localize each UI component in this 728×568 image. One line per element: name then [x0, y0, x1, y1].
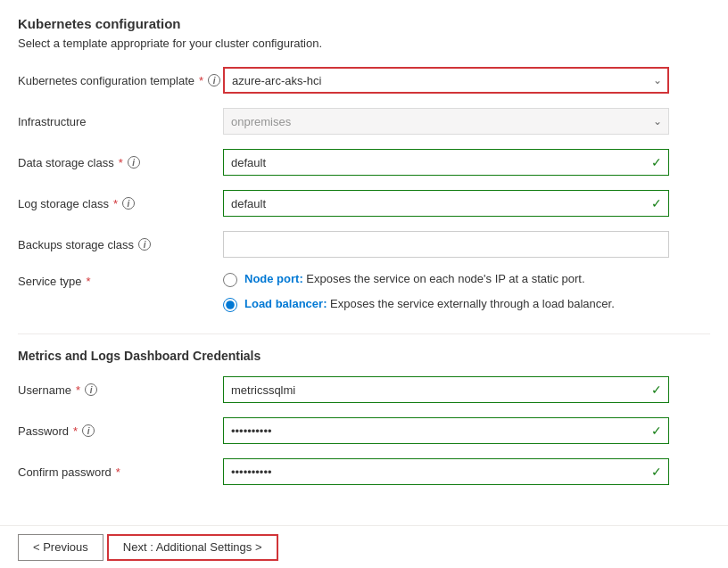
k8s-template-select[interactable]: azure-arc-aks-hci: [223, 67, 669, 94]
username-row: Username * i ✓: [18, 375, 710, 404]
username-input-wrapper: ✓: [223, 376, 669, 403]
credentials-section-title: Metrics and Logs Dashboard Credentials: [18, 349, 710, 363]
confirm-password-field: ✓: [223, 458, 669, 485]
password-input[interactable]: [223, 417, 669, 444]
infrastructure-select: onpremises: [223, 108, 669, 135]
data-storage-input-wrapper: ✓: [223, 149, 669, 176]
required-star-confirm: *: [116, 465, 120, 479]
radio-node-port-text: Node port: Exposes the service on each n…: [244, 271, 585, 287]
k8s-template-info-icon[interactable]: i: [208, 74, 220, 86]
required-star: *: [199, 74, 203, 87]
service-type-options: Node port: Exposes the service on each n…: [223, 271, 669, 321]
confirm-password-check-icon: ✓: [651, 465, 662, 479]
k8s-template-dropdown-wrapper: azure-arc-aks-hci ⌄: [223, 67, 669, 94]
page-description: Select a template appropriate for your c…: [18, 37, 710, 50]
required-star-username: *: [76, 383, 80, 397]
username-check-icon: ✓: [651, 383, 662, 397]
page-container: Kubernetes configuration Select a templa…: [0, 0, 728, 486]
backups-storage-input-wrapper: [223, 231, 669, 258]
log-storage-label: Log storage class * i: [18, 197, 223, 210]
required-star-log: *: [113, 197, 118, 210]
service-type-label: Service type *: [18, 271, 223, 288]
radio-load-balancer: Load balancer: Exposes the service exter…: [223, 296, 669, 312]
password-info-icon[interactable]: i: [82, 424, 95, 437]
username-input[interactable]: [223, 376, 669, 403]
required-star-data: *: [119, 156, 123, 169]
password-check-icon: ✓: [651, 424, 662, 438]
backups-storage-row: Backups storage class i: [18, 230, 710, 259]
next-button[interactable]: Next : Additional Settings >: [107, 534, 278, 561]
previous-button[interactable]: < Previous: [18, 534, 103, 561]
infrastructure-field: onpremises ⌄: [223, 108, 669, 135]
service-type-row: Service type * Node port: Exposes the se…: [18, 271, 710, 321]
footer-bar: < Previous Next : Additional Settings >: [0, 525, 728, 568]
infrastructure-label: Infrastructure: [18, 115, 223, 128]
infrastructure-row: Infrastructure onpremises ⌄: [18, 107, 710, 136]
confirm-password-input-wrapper: ✓: [223, 458, 669, 485]
data-storage-input[interactable]: [223, 149, 669, 176]
data-storage-check-icon: ✓: [651, 155, 662, 169]
password-field: ✓: [223, 417, 669, 444]
required-star-service: *: [87, 275, 91, 288]
confirm-password-label: Confirm password *: [18, 465, 223, 479]
data-storage-label: Data storage class * i: [18, 156, 223, 169]
log-storage-field: ✓: [223, 190, 669, 217]
backups-storage-field: [223, 231, 669, 258]
username-field: ✓: [223, 376, 669, 403]
data-storage-field: ✓: [223, 149, 669, 176]
username-label: Username * i: [18, 383, 223, 397]
log-storage-check-icon: ✓: [651, 196, 662, 210]
radio-node-port: Node port: Exposes the service on each n…: [223, 271, 669, 287]
k8s-template-label: Kubernetes configuration template * i: [18, 74, 223, 87]
password-label: Password * i: [18, 424, 223, 438]
radio-load-balancer-label: Load balancer:: [244, 297, 327, 310]
log-storage-info-icon[interactable]: i: [122, 197, 135, 210]
page-title: Kubernetes configuration: [18, 16, 710, 31]
k8s-template-row: Kubernetes configuration template * i az…: [18, 66, 710, 95]
radio-node-port-label: Node port:: [244, 272, 303, 285]
username-info-icon[interactable]: i: [85, 383, 97, 396]
data-storage-info-icon[interactable]: i: [128, 156, 140, 169]
k8s-template-field: azure-arc-aks-hci ⌄: [223, 67, 669, 94]
log-storage-input-wrapper: ✓: [223, 190, 669, 217]
required-star-password: *: [73, 424, 78, 438]
log-storage-row: Log storage class * i ✓: [18, 189, 710, 218]
infrastructure-dropdown-wrapper: onpremises ⌄: [223, 108, 669, 135]
confirm-password-row: Confirm password * ✓: [18, 457, 710, 486]
radio-load-balancer-text: Load balancer: Exposes the service exter…: [244, 296, 615, 312]
data-storage-row: Data storage class * i ✓: [18, 148, 710, 177]
radio-node-port-input[interactable]: [223, 273, 237, 287]
backups-storage-input[interactable]: [223, 231, 669, 258]
backups-storage-info-icon[interactable]: i: [138, 238, 151, 251]
section-divider: [18, 333, 710, 334]
confirm-password-input[interactable]: [223, 458, 669, 485]
log-storage-input[interactable]: [223, 190, 669, 217]
backups-storage-label: Backups storage class i: [18, 238, 223, 251]
password-input-wrapper: ✓: [223, 417, 669, 444]
radio-node-port-desc: Exposes the service on each node's IP at…: [306, 272, 584, 285]
radio-load-balancer-desc: Exposes the service externally through a…: [330, 297, 615, 310]
radio-load-balancer-input[interactable]: [223, 298, 237, 312]
password-row: Password * i ✓: [18, 416, 710, 445]
